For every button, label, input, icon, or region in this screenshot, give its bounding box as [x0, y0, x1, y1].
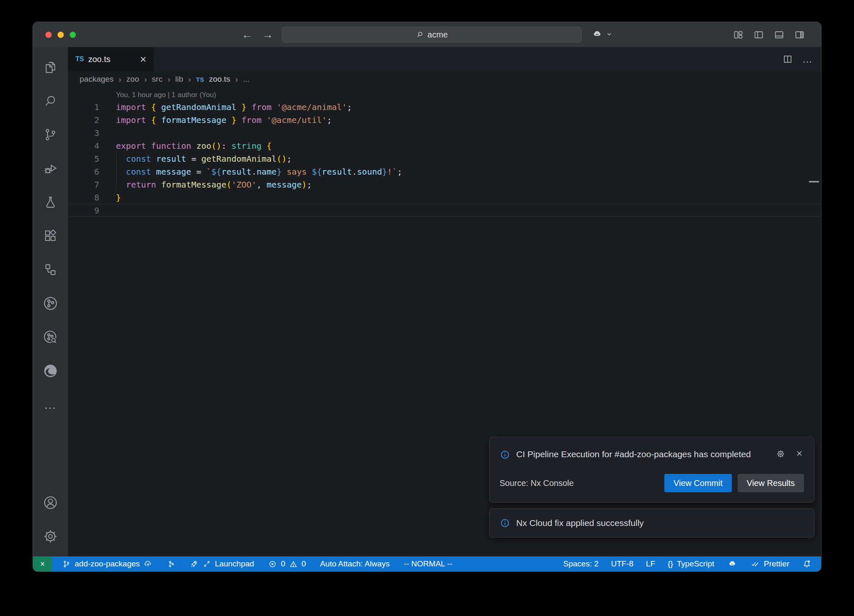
copilot-menu[interactable] [591, 28, 613, 40]
testing-icon[interactable] [40, 192, 60, 212]
customize-layout-icon[interactable] [733, 29, 744, 40]
explorer-icon[interactable] [40, 57, 60, 77]
code-line-2[interactable]: 2import { formatMessage } from '@acme/ut… [68, 113, 821, 126]
vim-mode-status[interactable]: -- NORMAL -- [404, 559, 452, 568]
back-button[interactable]: ← [241, 28, 253, 41]
breadcrumb-file[interactable]: zoo.ts [209, 75, 230, 84]
formatter-status[interactable]: Prettier [750, 559, 789, 569]
zoom-window-button[interactable] [70, 32, 76, 38]
eol-status[interactable]: LF [646, 559, 655, 568]
chevron-right-icon: › [188, 75, 191, 84]
git-blame-annotation: You, 1 hour ago | 1 author (You) [116, 90, 821, 100]
code-line-9[interactable]: 9 [68, 204, 821, 217]
gitlens-icon[interactable] [40, 293, 60, 313]
auto-attach-status[interactable]: Auto Attach: Always [320, 559, 390, 568]
indentation-status[interactable]: Spaces: 2 [563, 559, 599, 568]
launchpad-status[interactable]: Launchpad [190, 559, 254, 568]
typescript-file-icon: TS [196, 76, 204, 83]
code-text: return formatMessage('ZOO', message); [116, 180, 312, 190]
encoding-status[interactable]: UTF-8 [611, 559, 633, 568]
problems-status[interactable]: 0 0 [268, 559, 306, 568]
gitlens-inspect-icon[interactable] [40, 327, 60, 347]
search-icon[interactable] [40, 91, 60, 111]
branch-icon [62, 560, 71, 568]
toggle-secondary-sidebar-icon[interactable] [794, 29, 805, 40]
source-control-icon[interactable] [40, 125, 60, 145]
more-views-icon[interactable]: … [40, 395, 60, 415]
chevron-right-icon: › [118, 75, 121, 84]
notification-message: Nx Cloud fix applied successfully [516, 518, 644, 528]
breadcrumb-item[interactable]: packages [80, 75, 113, 84]
error-count: 0 [281, 559, 285, 568]
settings-gear-icon[interactable] [40, 526, 60, 546]
forward-button[interactable]: → [262, 28, 273, 41]
tab-zoo-ts[interactable]: TS zoo.ts × [68, 47, 154, 71]
code-text: const result = getRandomAnimal(); [116, 154, 291, 164]
activity-bar: … [33, 47, 68, 556]
line-number: 3 [68, 128, 99, 138]
notification-settings-gear-icon[interactable] [776, 449, 786, 459]
tab-bar: TS zoo.ts × … [68, 47, 821, 71]
line-number: 4 [68, 141, 99, 151]
breadcrumb-symbol-ellipsis[interactable]: ... [243, 75, 250, 84]
editor-more-actions-icon[interactable]: … [802, 53, 813, 65]
notification-source: Source: Nx Console [500, 478, 574, 488]
edge-browser-icon[interactable] [40, 361, 60, 381]
info-icon [500, 449, 510, 460]
view-commit-button[interactable]: View Commit [664, 474, 731, 492]
code-line-4[interactable]: 4export function zoo(): string { [68, 139, 821, 152]
extensions-icon[interactable] [40, 226, 60, 246]
account-icon[interactable] [40, 493, 60, 513]
line-number: 8 [68, 193, 99, 203]
braces-icon: {} [668, 559, 673, 568]
branch-name: add-zoo-packages [75, 559, 140, 568]
language-status[interactable]: {} TypeScript [668, 559, 714, 568]
run-debug-icon[interactable] [40, 158, 60, 178]
warning-count: 0 [301, 559, 306, 568]
copilot-status[interactable] [727, 558, 738, 569]
line-number: 6 [68, 167, 99, 177]
breadcrumb-item[interactable]: lib [175, 75, 183, 84]
code-line-5[interactable]: 5 const result = getRandomAnimal(); [68, 152, 821, 165]
breadcrumb: packages › zoo › src › lib › TS zoo.ts ›… [68, 71, 821, 87]
indent-guide [116, 165, 117, 178]
copilot-icon [727, 558, 738, 569]
remote-explorer-icon[interactable] [40, 260, 60, 280]
code-line-1[interactable]: 1import { getRandomAnimal } from '@acme/… [68, 100, 821, 113]
overview-ruler-marker [809, 181, 819, 183]
bell-icon [802, 559, 812, 569]
command-center-search[interactable]: acme [282, 27, 582, 43]
status-bar: add-zoo-packages [33, 556, 821, 571]
split-editor-icon[interactable] [782, 54, 793, 65]
git-branch-status[interactable]: add-zoo-packages [62, 559, 153, 568]
line-number: 9 [68, 205, 99, 215]
breadcrumb-item[interactable]: src [152, 75, 162, 84]
code-line-3[interactable]: 3 [68, 126, 821, 139]
notifications-bell[interactable] [802, 559, 812, 569]
search-icon [416, 30, 424, 39]
close-window-button[interactable] [45, 32, 52, 38]
notification-title: CI Pipeline Execution for #add-zoo-packa… [516, 446, 762, 462]
tab-title: zoo.ts [88, 55, 110, 64]
code-text: const message = `${result.name} says ${r… [116, 167, 402, 177]
code-line-7[interactable]: 7 return formatMessage('ZOO', message); [68, 178, 821, 191]
toggle-primary-sidebar-icon[interactable] [753, 29, 764, 40]
line-number: 2 [68, 115, 99, 125]
rocket-icon [190, 559, 199, 568]
commit-graph-status[interactable] [167, 560, 176, 568]
typescript-file-icon: TS [75, 55, 84, 63]
code-line-6[interactable]: 6 const message = `${result.name} says $… [68, 165, 821, 178]
copilot-icon [591, 28, 603, 40]
notification-close-icon[interactable] [795, 449, 804, 458]
remote-indicator[interactable] [33, 556, 52, 571]
toggle-panel-icon[interactable] [774, 29, 785, 40]
breadcrumb-item[interactable]: zoo [126, 75, 139, 84]
info-icon [500, 518, 510, 528]
view-results-button[interactable]: View Results [738, 474, 804, 492]
traffic-lights [45, 32, 76, 38]
launchpad-label: Launchpad [215, 559, 254, 568]
tab-close-icon[interactable]: × [140, 54, 146, 65]
code-line-8[interactable]: 8} [68, 191, 821, 204]
remote-icon [38, 559, 48, 569]
minimize-window-button[interactable] [58, 32, 64, 38]
